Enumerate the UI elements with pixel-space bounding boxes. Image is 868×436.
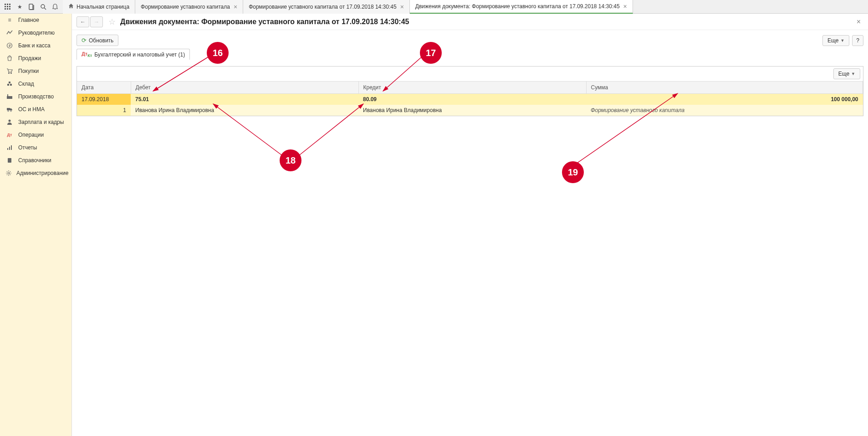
svg-rect-22 <box>7 108 10 110</box>
tab-movements[interactable]: Движения документа: Формирование уставно… <box>410 0 633 14</box>
top-toolbar: ★ Начальная страница Формирование уставн… <box>0 0 868 14</box>
refresh-icon: ⟳ <box>82 37 87 44</box>
ruble-icon: ₽ <box>5 42 14 49</box>
more-button[interactable]: Еще▼ <box>822 35 849 46</box>
table-area: Еще▼ Дата Дебет Кредит Сумма 17.09.2018 … <box>77 66 863 116</box>
svg-rect-19 <box>9 82 10 83</box>
apps-icon[interactable] <box>2 1 14 13</box>
gear-icon <box>5 170 12 176</box>
svg-line-11 <box>44 8 46 10</box>
table-toolbar: Еще▼ <box>77 67 863 82</box>
svg-rect-9 <box>29 4 33 10</box>
more-label: Еще <box>838 71 849 77</box>
sidebar-item-bank[interactable]: ₽Банк и касса <box>0 39 71 52</box>
svg-rect-28 <box>11 145 12 150</box>
svg-rect-0 <box>5 4 6 5</box>
menu-icon: ≡ <box>5 17 14 23</box>
sidebar-item-directories[interactable]: Справочники <box>0 154 71 167</box>
header-sum[interactable]: Сумма <box>586 82 863 94</box>
cell-description: Формирование уставного капитала <box>586 105 863 116</box>
refresh-button[interactable]: ⟳ Обновить <box>77 35 118 46</box>
toolbar: ⟳ Обновить Еще▼ ? <box>72 30 868 49</box>
close-icon[interactable]: × <box>400 3 404 10</box>
inner-tabs: ДтКт Бухгалтерский и налоговый учет (1) <box>72 49 868 60</box>
header-debit[interactable]: Дебет <box>131 82 358 94</box>
sidebar-item-production[interactable]: Производство <box>0 90 71 103</box>
chart-line-icon <box>5 30 14 36</box>
sidebar-item-warehouse[interactable]: Склад <box>0 77 71 90</box>
header-date[interactable]: Дата <box>77 82 131 94</box>
svg-rect-17 <box>7 84 9 86</box>
star-icon[interactable]: ★ <box>14 1 26 13</box>
tab-home-label: Начальная страница <box>77 4 129 10</box>
top-icons-group: ★ <box>0 1 63 13</box>
header-credit[interactable]: Кредит <box>358 82 586 94</box>
person-icon <box>5 119 14 125</box>
cell-debit-account: 75.01 <box>131 94 358 105</box>
help-button[interactable]: ? <box>852 35 863 46</box>
annotation-16: 16 <box>207 42 229 64</box>
table-row[interactable]: 1 Иванова Ирина Владимировна Иванова Ири… <box>77 105 863 116</box>
sidebar-item-salary[interactable]: Зарплата и кадры <box>0 116 71 128</box>
chevron-down-icon: ▼ <box>851 72 855 76</box>
nav-forward-button[interactable]: → <box>90 16 103 27</box>
close-icon[interactable]: × <box>623 3 627 10</box>
nav-back-button[interactable]: ← <box>77 16 89 27</box>
annotation-19: 19 <box>562 161 584 183</box>
tab-label: Движения документа: Формирование уставно… <box>415 3 620 10</box>
sidebar-label: ОС и НМА <box>18 106 45 113</box>
sidebar-item-main[interactable]: ≡Главное <box>0 14 71 26</box>
cell-sum: 100 000,00 <box>586 94 863 105</box>
sidebar: ≡Главное Руководителю ₽Банк и касса Прод… <box>0 14 72 436</box>
sidebar-label: Администрирование <box>16 170 68 176</box>
svg-rect-1 <box>7 4 8 5</box>
cell-seq: 1 <box>77 105 131 116</box>
tab-formation[interactable]: Формирование уставного капитала × <box>135 0 243 14</box>
main-header: ← → ☆ Движения документа: Формирование у… <box>72 14 868 30</box>
sidebar-item-reports[interactable]: Отчеты <box>0 141 71 154</box>
cell-date: 17.09.2018 <box>77 94 131 105</box>
svg-text:₽: ₽ <box>9 44 11 48</box>
sidebar-label: Покупки <box>18 68 39 74</box>
boxes-icon <box>5 81 14 87</box>
sidebar-item-assets[interactable]: ОС и НМА <box>0 103 71 116</box>
more-label: Еще <box>827 37 838 44</box>
svg-rect-5 <box>9 6 10 7</box>
bell-icon[interactable] <box>49 1 61 13</box>
tab-label: Формирование уставного капитала от 17.09… <box>249 4 397 10</box>
sidebar-item-admin[interactable]: Администрирование <box>0 167 71 180</box>
favorite-star-icon[interactable]: ☆ <box>108 17 116 27</box>
search-icon[interactable] <box>37 1 49 13</box>
svg-point-16 <box>11 73 12 74</box>
svg-point-24 <box>10 110 12 112</box>
table-more-button[interactable]: Еще▼ <box>833 68 860 79</box>
tab-home[interactable]: Начальная страница <box>63 0 135 14</box>
sidebar-label: Зарплата и кадры <box>18 119 64 125</box>
table-row[interactable]: 17.09.2018 75.01 80.09 100 000,00 <box>77 94 863 105</box>
history-icon[interactable] <box>26 1 37 13</box>
sidebar-label: Отчеты <box>18 144 37 151</box>
close-icon[interactable]: × <box>854 18 863 26</box>
tab-label: Формирование уставного капитала <box>141 4 230 10</box>
close-icon[interactable]: × <box>234 3 237 10</box>
sidebar-label: Продажи <box>18 55 41 62</box>
sidebar-item-sales[interactable]: Продажи <box>0 52 71 65</box>
bar-chart-icon <box>5 144 14 151</box>
sidebar-item-purchases[interactable]: Покупки <box>0 65 71 77</box>
sidebar-label: Справочники <box>18 157 51 164</box>
sidebar-item-manager[interactable]: Руководителю <box>0 26 71 39</box>
svg-rect-6 <box>5 8 6 10</box>
svg-rect-2 <box>9 4 10 5</box>
tab-accounting[interactable]: ДтКт Бухгалтерский и налоговый учет (1) <box>77 49 190 60</box>
sidebar-item-operations[interactable]: ДтОперации <box>0 128 71 141</box>
cart-icon <box>5 68 14 74</box>
svg-rect-7 <box>7 8 8 10</box>
tab-formation-dated[interactable]: Формирование уставного капитала от 17.09… <box>243 0 410 14</box>
sidebar-label: Склад <box>18 81 34 87</box>
svg-rect-21 <box>7 94 8 96</box>
sidebar-label: Главное <box>18 17 39 23</box>
svg-point-10 <box>41 5 45 8</box>
page-title: Движения документа: Формирование уставно… <box>120 18 409 26</box>
truck-icon <box>5 106 14 113</box>
svg-rect-29 <box>8 158 11 163</box>
